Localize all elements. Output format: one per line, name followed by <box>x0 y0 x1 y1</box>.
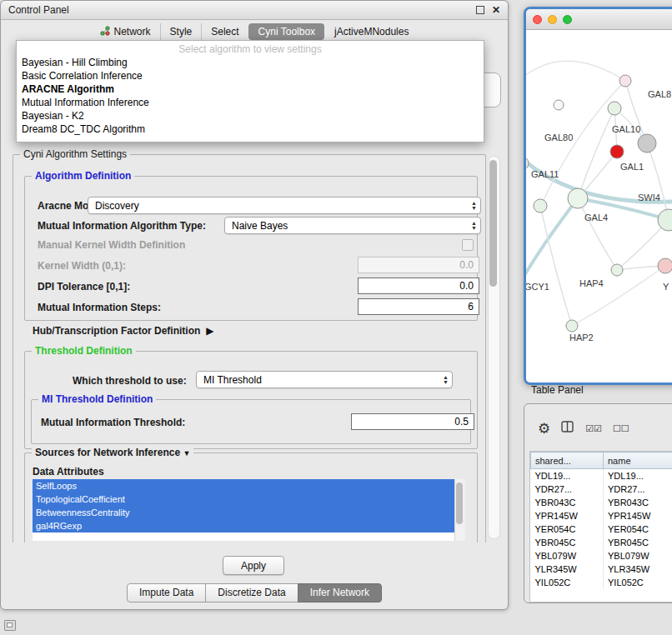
network-canvas[interactable]: GAL8GAL80GAL10GAL1GAL11SWI4GAL4GCY1HAP4Y… <box>526 30 672 382</box>
table-row[interactable]: YER054CYER054C8. <box>531 522 672 536</box>
dpi-tolerance-input[interactable]: 0.0 <box>358 278 479 294</box>
attributes-list-scrollbar[interactable] <box>454 479 465 541</box>
select-all-icon[interactable]: ☑☑ <box>585 423 602 434</box>
network-node[interactable] <box>534 199 547 212</box>
table-row[interactable]: YIL052CYIL052C <box>531 576 672 589</box>
mi-threshold-input[interactable]: 0.5 <box>351 413 474 430</box>
table-cell: YBR045C <box>604 536 672 549</box>
restore-panel-icon[interactable] <box>4 620 16 631</box>
aracne-mode-select[interactable]: Discovery ▲▼ <box>88 197 481 214</box>
attribute-table: shared...name YDL19...YDL19...13YDR27...… <box>529 451 672 602</box>
node-label: SWI4 <box>638 192 660 202</box>
table-cell: YBR045C <box>531 536 604 549</box>
sources-title[interactable]: Sources for Network Inference ▼ <box>32 447 193 458</box>
tab-style[interactable]: Style <box>160 23 202 40</box>
table-cell: YDL19... <box>531 469 604 483</box>
table-row[interactable]: YLR345WYLR345W9. <box>531 562 672 576</box>
tab-jactivemnodules[interactable]: jActiveMNodules <box>324 23 418 40</box>
network-edge[interactable] <box>578 108 614 198</box>
network-graph: GAL8GAL80GAL10GAL1GAL11SWI4GAL4GCY1HAP4Y… <box>526 30 672 382</box>
node-label: GAL10 <box>612 124 640 134</box>
node-label: GAL11 <box>531 169 559 179</box>
tab-discretize-data[interactable]: Discretize Data <box>205 583 298 602</box>
close-window-icon[interactable]: ✕ <box>492 6 500 14</box>
show-columns-icon[interactable] <box>561 421 574 436</box>
network-edge[interactable] <box>541 81 625 205</box>
network-node[interactable] <box>619 75 631 87</box>
tab-select[interactable]: Select <box>201 23 248 40</box>
network-window-titlebar[interactable] <box>526 9 672 30</box>
algorithm-dropdown-placeholder: Select algorithm to view settings <box>17 42 484 56</box>
settings-scrollbar[interactable] <box>488 156 500 539</box>
table-row[interactable]: YBR045CYBR045C9. <box>531 536 672 549</box>
network-node[interactable] <box>554 100 564 110</box>
algorithm-option[interactable]: ARACNE Algorithm <box>17 82 484 96</box>
hub-transcription-factor-section[interactable]: Hub/Transcription Factor Definition ▶ <box>33 325 214 337</box>
tab-impute-data[interactable]: Impute Data <box>127 583 206 602</box>
aracne-mode-value: Discovery <box>95 200 139 212</box>
expanded-arrow-icon[interactable]: ▼ <box>183 449 190 458</box>
table-row[interactable]: YBL079WYBL079W <box>531 549 672 562</box>
column-header[interactable]: shared... <box>531 452 604 469</box>
tab-network[interactable]: Network <box>91 23 160 41</box>
minimize-traffic-light-icon[interactable] <box>548 15 557 24</box>
table-toolbar: ⚙ ☑☑ ☐☐ <box>524 404 672 443</box>
node-label: GAL4 <box>584 212 608 222</box>
mi-steps-label: Mutual Information Steps: <box>38 302 161 313</box>
settings-scrollbar-thumb[interactable] <box>489 160 497 287</box>
tab-infer-network[interactable]: Infer Network <box>298 583 382 602</box>
table-cell: YDR27... <box>531 482 604 496</box>
network-edge[interactable] <box>526 61 625 81</box>
zoom-traffic-light-icon[interactable] <box>563 15 572 24</box>
table-row[interactable]: YDR27...YDR27...12 <box>531 482 672 496</box>
data-attribute-item[interactable]: TopologicalCoefficient <box>33 492 455 506</box>
network-node[interactable] <box>568 188 588 208</box>
table-row[interactable]: YPR145WYPR145W9. <box>531 509 672 522</box>
attribute-table-body: YDL19...YDL19...13YDR27...YDR27...12YBR0… <box>531 469 672 590</box>
network-node[interactable] <box>610 145 624 158</box>
network-node[interactable] <box>526 157 529 170</box>
network-node[interactable] <box>611 264 623 276</box>
algorithm-option[interactable]: Basic Correlation Inference <box>17 69 484 82</box>
data-attribute-item[interactable]: BetweennessCentrality <box>33 506 455 519</box>
kernel-width-input[interactable]: 0.0 <box>358 257 479 273</box>
network-edge[interactable] <box>526 198 578 284</box>
collapsed-arrow-icon[interactable]: ▶ <box>206 325 213 337</box>
apply-button[interactable]: Apply <box>223 556 284 575</box>
network-node[interactable] <box>608 102 621 115</box>
network-node[interactable] <box>658 258 672 273</box>
algorithm-dropdown-list: Bayesian - Hill ClimbingBasic Correlatio… <box>17 56 484 136</box>
data-attributes-list[interactable]: SelfLoopsTopologicalCoefficientBetweenne… <box>33 479 465 541</box>
close-traffic-light-icon[interactable] <box>533 15 542 24</box>
table-settings-gear-icon[interactable]: ⚙ <box>538 422 550 436</box>
node-label: GAL8 <box>648 89 671 99</box>
cyni-algorithm-settings-title: Cyni Algorithm Settings <box>20 149 130 160</box>
table-cell: YBR043C <box>531 496 604 509</box>
table-panel-title: Table Panel <box>531 384 584 396</box>
data-attribute-item[interactable]: SelfLoops <box>33 479 455 492</box>
data-attribute-item[interactable]: gal4RGexp <box>33 519 455 532</box>
algorithm-option[interactable]: Mutual Information Inference <box>17 96 484 109</box>
mi-steps-input[interactable]: 6 <box>358 298 479 315</box>
algorithm-option[interactable]: Dream8 DC_TDC Algorithm <box>17 122 484 136</box>
tab-cyni-toolbox[interactable]: Cyni Toolbox <box>248 23 324 40</box>
column-header[interactable]: name <box>604 452 672 469</box>
control-panel-titlebar[interactable]: Control Panel ✕ <box>1 1 508 20</box>
network-edge[interactable] <box>647 143 669 220</box>
network-edge[interactable] <box>540 206 572 326</box>
network-edge[interactable] <box>578 198 617 270</box>
mi-algorithm-type-select[interactable]: Naive Bayes ▲▼ <box>224 217 481 234</box>
network-node[interactable] <box>566 320 578 332</box>
table-row[interactable]: YBR043CYBR043C <box>531 496 672 509</box>
network-node[interactable] <box>658 209 672 231</box>
network-node[interactable] <box>638 134 656 152</box>
algorithm-option[interactable]: Bayesian - K2 <box>17 109 484 122</box>
manual-kernel-width-checkbox[interactable] <box>462 239 474 251</box>
table-row[interactable]: YDL19...YDL19...13 <box>531 469 672 483</box>
which-threshold-select[interactable]: MI Threshold ▲▼ <box>196 371 453 388</box>
float-window-icon[interactable] <box>476 6 484 14</box>
deselect-all-icon[interactable]: ☐☐ <box>613 423 629 434</box>
table-cell: YLR345W <box>531 562 604 576</box>
table-panel-strip: Table Panel <box>531 384 584 396</box>
algorithm-option[interactable]: Bayesian - Hill Climbing <box>17 56 484 69</box>
